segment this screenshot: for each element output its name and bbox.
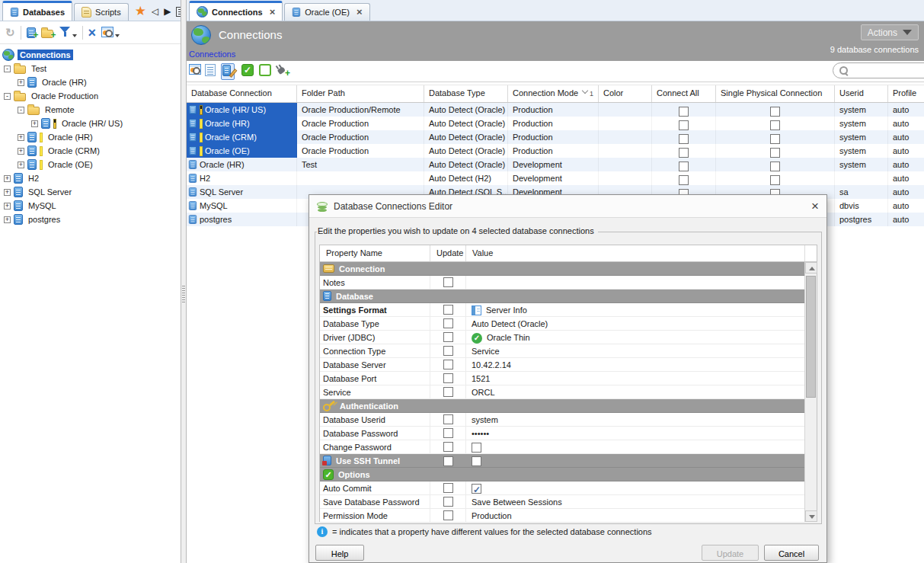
tree-expander[interactable]: + [18,134,24,141]
connection-name-cell[interactable]: SQL Server [187,185,297,199]
table-row[interactable]: Oracle (CRM) Oracle Production Auto Dete… [187,130,924,144]
single-physical-connection-checkbox[interactable] [770,175,780,185]
folder-path-cell[interactable] [297,171,424,185]
tree-item[interactable]: - Remote [0,103,181,117]
value-checkbox[interactable] [472,443,481,453]
property-value-cell[interactable]: ORCL [466,385,805,399]
property-row[interactable]: Database Type Auto Detect (Oracle) [320,317,805,331]
navigate-forward-icon[interactable]: ▶ [164,7,171,16]
tree-item[interactable]: + postgres [0,213,181,226]
connection-mode-cell[interactable]: Production [508,130,599,144]
property-value-cell[interactable]: •••••• [466,427,805,440]
tab-oracle-oe[interactable]: Oracle (OE) × [284,3,369,21]
tab-scripts[interactable]: Scripts [74,3,129,21]
close-tab-icon[interactable]: × [356,8,363,16]
database-type-cell[interactable]: Auto Detect (H2) [424,171,508,185]
userid-cell[interactable]: system [835,103,888,117]
table-row[interactable]: Oracle (HR) Test Auto Detect (Oracle) De… [187,158,924,171]
tree-expander[interactable]: + [4,216,11,223]
property-value-cell[interactable]: 1521 [466,372,805,385]
property-value-cell[interactable] [466,276,805,289]
table-column-header[interactable]: Folder Path [297,85,424,102]
database-type-cell[interactable]: Auto Detect (Oracle) [424,158,508,171]
connection-mode-cell[interactable]: Development [508,158,599,171]
update-checkbox[interactable] [443,483,453,493]
userid-cell[interactable]: system [835,117,888,130]
property-row[interactable]: Change Password [320,440,805,454]
table-column-header[interactable]: Userid [835,85,888,102]
color-cell[interactable] [599,103,652,117]
connection-name-cell[interactable]: MySQL [187,199,297,213]
table-row[interactable]: Oracle (HR) Oracle Production Auto Detec… [187,117,924,130]
breadcrumb[interactable]: Connections [189,50,235,59]
scroll-down-icon[interactable] [805,510,817,522]
userid-cell[interactable]: system [835,144,888,158]
folder-path-cell[interactable]: Test [297,158,424,171]
folder-path-cell[interactable]: Oracle Production [297,117,424,130]
property-row[interactable]: Connection Type Service [320,344,805,358]
connection-mode-cell[interactable]: Production [508,117,599,130]
connect-all-checkbox[interactable] [679,134,689,144]
connect-plug-icon[interactable]: + [277,64,289,78]
profile-cell[interactable]: auto [888,103,924,117]
update-checkbox[interactable] [443,497,453,507]
tree-expander[interactable]: - [4,66,11,72]
single-physical-connection-checkbox[interactable] [770,134,780,144]
dialog-titlebar[interactable]: Database Connections Editor × [309,195,826,218]
search-window-icon[interactable] [101,27,120,39]
tree-expander[interactable]: + [4,189,11,196]
property-row[interactable]: Notes [320,276,805,289]
folder-path-cell[interactable]: Oracle Production [297,130,424,144]
single-physical-connection-checkbox[interactable] [770,162,780,171]
navigate-back-icon[interactable]: ◁ [152,7,158,16]
single-physical-connection-checkbox[interactable] [770,148,780,158]
refresh-icon[interactable]: ↻ [5,27,15,38]
update-checkbox[interactable] [443,414,453,424]
tree-item[interactable]: + Oracle (OE) [0,158,181,171]
update-checkbox[interactable] [443,277,453,287]
table-column-header[interactable]: Color [599,85,652,102]
property-value-cell[interactable]: Server Info [466,303,805,317]
color-cell[interactable] [599,158,652,171]
update-checkbox[interactable] [443,346,453,356]
userid-cell[interactable] [835,171,888,185]
cancel-button[interactable]: Cancel [764,545,819,561]
update-checkbox[interactable] [443,318,453,328]
vertical-scrollbar[interactable] [804,262,817,522]
database-type-cell[interactable]: Auto Detect (Oracle) [424,117,508,130]
tree-item[interactable]: - Oracle Production [0,89,181,103]
update-checkbox[interactable] [443,305,453,315]
splitter-grip-icon[interactable] [182,286,185,302]
connect-all-checkbox[interactable] [679,175,689,185]
property-value-cell[interactable] [466,481,805,495]
tree-expander[interactable]: + [18,162,24,168]
select-all-icon[interactable]: ✓ [241,64,254,76]
close-tab-icon[interactable]: × [270,8,276,16]
connection-name-cell[interactable]: Oracle (HR/ US) [187,103,297,117]
filter-icon[interactable] [59,26,77,39]
property-value-cell[interactable] [466,440,805,454]
property-row[interactable]: Save Database Password Save Between Sess… [320,495,805,509]
tree-expander[interactable]: + [18,148,24,155]
profile-cell[interactable]: auto [888,171,924,185]
property-row[interactable]: Settings Format Server Info [320,303,805,317]
userid-cell[interactable]: sa [835,185,888,199]
property-value-cell[interactable]: 10.42.2.14 [466,358,805,372]
table-row[interactable]: Oracle (HR/ US) Oracle Production/Remote… [187,103,924,117]
tree-item[interactable]: + SQL Server [0,185,181,199]
color-cell[interactable] [599,130,652,144]
connect-all-checkbox[interactable] [679,148,689,158]
profile-cell[interactable]: auto [888,130,924,144]
tree-expander[interactable]: - [4,93,11,100]
tab-databases[interactable]: Databases [2,1,72,21]
property-value-cell[interactable]: Oracle Thin [466,331,805,344]
search-input[interactable] [853,65,924,74]
help-button[interactable]: Help [315,545,364,561]
property-value-cell[interactable]: Production [466,509,805,523]
database-type-cell[interactable]: Auto Detect (Oracle) [424,130,508,144]
tree-item[interactable]: + MySQL [0,199,181,213]
table-row[interactable]: Oracle (OE) Oracle Production Auto Detec… [187,144,924,158]
profile-cell[interactable]: auto [888,185,924,199]
profile-cell[interactable]: auto [888,117,924,130]
actions-button[interactable]: Actions [861,24,919,40]
